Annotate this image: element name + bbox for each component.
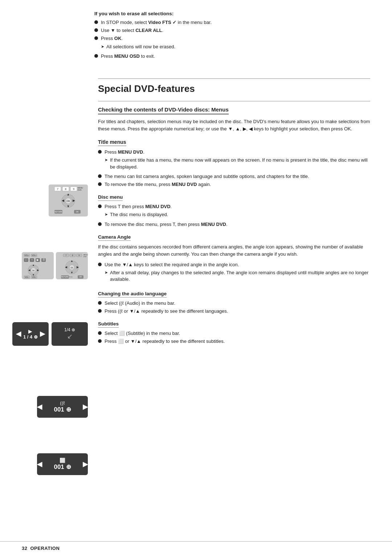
- bullet-icon: [98, 182, 102, 186]
- arrow-item-text: After a small delay, play changes to the…: [110, 270, 370, 283]
- arrow-item-wrap: After a small delay, play changes to the…: [98, 270, 370, 284]
- disc-menu-remotes: VOL+ VOL+ □ T ▶ ☰ OK ▲: [22, 252, 88, 279]
- angle-value-right: 1/4 ⊕: [64, 327, 75, 332]
- list-item: Press T then press MENU DVD.: [98, 203, 370, 210]
- list-item: In STOP mode, select Video FTS ✓ in the …: [94, 19, 370, 26]
- list-item: Press MENU OSD to exit.: [94, 53, 370, 60]
- list-item: To remove the disc menu, press T, then p…: [98, 221, 370, 228]
- svg-text:9: 9: [79, 254, 80, 256]
- list-item-text: Select ((ℓ (Audio) in the menu bar.: [105, 300, 175, 307]
- svg-text:OK: OK: [70, 267, 73, 269]
- disc-menu-section: Disc menu Press T then press MENU DVD. T…: [98, 194, 370, 228]
- subtitles-heading: Subtitles: [98, 321, 119, 328]
- svg-text:DVD: DVD: [83, 256, 87, 258]
- arrow-right-icon: ▶: [40, 330, 45, 338]
- list-item: Use the ▼/▲ keys to select the required …: [98, 262, 370, 268]
- arrow-item-text: If the current title has a menu, the men…: [110, 157, 370, 170]
- list-item-text: To remove the disc menu, press T, then p…: [105, 221, 228, 228]
- svg-text:8: 8: [72, 254, 73, 256]
- right-col: Special DVD-features Checking the conten…: [94, 72, 392, 530]
- arrow-item: All selections will now be erased.: [101, 44, 175, 50]
- svg-text:VOL+: VOL+: [32, 254, 37, 256]
- audio-value: 001 ⊕: [54, 406, 71, 413]
- audio-display-container: ◀ ((ℓ 001 ⊕ ▶: [37, 396, 88, 418]
- camera-angle-display-left: ◀ ▶ 1 / 4 ⊕ ▶: [12, 322, 49, 346]
- bullet-icon: [98, 339, 102, 343]
- svg-text:VOL+: VOL+: [25, 254, 29, 256]
- erase-header: If you wish to erase all selections:: [94, 11, 370, 16]
- svg-text:▶: ▶: [77, 266, 79, 269]
- bullet-icon: [98, 222, 102, 226]
- svg-text:RETURN: RETURN: [61, 276, 69, 278]
- disc-menu-remote-left: VOL+ VOL+ □ T ▶ ☰ OK ▲: [22, 252, 54, 279]
- footer-label: OPERATION: [30, 546, 60, 551]
- subtitle-display-container: ◀ ⬜ 001 ⊕ ▶: [37, 453, 88, 475]
- list-item-text: Press ⬜ or ▼/▲ repeatedly to see the dif…: [105, 338, 225, 345]
- list-item: To remove the title menu, press MENU DVD…: [98, 181, 370, 188]
- list-item: Use ▼ to select CLEAR ALL.: [94, 27, 370, 34]
- audio-arrow-right: ▶: [83, 403, 88, 411]
- bullet-icon: [98, 309, 102, 313]
- left-col: 7 8 9 MENU DVD OK ▲ ▼ ◀ ▶: [0, 72, 94, 530]
- bullet-icon: [98, 174, 102, 178]
- arrow-item: After a small delay, play changes to the…: [105, 270, 370, 283]
- bullet-icon: [98, 150, 102, 154]
- svg-text:9: 9: [73, 188, 74, 190]
- bullet-icon: [98, 331, 102, 335]
- checking-para: For titles and chapters, selection menus…: [98, 118, 370, 133]
- subtitle-arrow-right: ▶: [83, 460, 88, 468]
- list-item-text: Press OK.: [101, 35, 123, 42]
- list-item-text: The menu can list camera angles, spoken …: [105, 173, 309, 180]
- angle-play-icon: ▶: [28, 328, 32, 334]
- svg-text:PROG: PROG: [68, 276, 73, 278]
- bullet-icon: [98, 301, 102, 305]
- disc-menu-heading: Disc menu: [98, 194, 123, 201]
- svg-text:T: T: [31, 259, 33, 261]
- subtitles-section: Subtitles Select ⬜ (Subtitle) in the men…: [98, 321, 370, 345]
- bullet-icon: [94, 28, 98, 32]
- list-item: Press MENU DVD.: [98, 149, 370, 155]
- content-area: 7 8 9 MENU DVD OK ▲ ▼ ◀ ▶: [0, 61, 392, 541]
- arrow-left-icon: ◀: [16, 330, 21, 338]
- list-item: Select ⬜ (Subtitle) in the menu bar.: [98, 330, 370, 337]
- subtitles-list: Select ⬜ (Subtitle) in the menu bar. Pre…: [98, 330, 370, 345]
- camera-angle-list: Use the ▼/▲ keys to select the required …: [98, 262, 370, 284]
- arrow-item-text: All selections will now be erased.: [106, 44, 175, 50]
- title-menus-section: Title menus Press MENU DVD. If the curre…: [98, 139, 370, 188]
- list-item: Press OK.: [94, 35, 370, 42]
- top-section: If you wish to erase all selections: In …: [0, 0, 392, 61]
- svg-text:OK: OK: [66, 200, 70, 202]
- svg-text:◀: ◀: [62, 199, 64, 202]
- subtitle-value: 001 ⊕: [54, 463, 71, 471]
- disc-menu-list: Press T then press MENU DVD. The disc me…: [98, 203, 370, 228]
- svg-text:8: 8: [65, 188, 66, 190]
- svg-text:VOL-: VOL-: [25, 276, 29, 278]
- title-menus-list: Press MENU DVD. If the current title has…: [98, 149, 370, 188]
- list-item: Press ⬜ or ▼/▲ repeatedly to see the dif…: [98, 338, 370, 345]
- main-title: Special DVD-features: [98, 83, 370, 94]
- subtitle-arrow-left: ◀: [37, 460, 42, 468]
- list-item: Select ((ℓ (Audio) in the menu bar.: [98, 300, 370, 307]
- svg-text:▲: ▲: [67, 193, 70, 196]
- title-menus-heading: Title menus: [98, 139, 126, 146]
- svg-text:▼: ▼: [67, 204, 70, 208]
- svg-text:OK: OK: [76, 211, 79, 213]
- bullet-icon: [94, 36, 98, 40]
- svg-text:7: 7: [66, 254, 67, 256]
- svg-text:OK: OK: [32, 270, 35, 272]
- arrow-item-wrap: All selections will now be erased.: [94, 44, 370, 52]
- checking-section: Checking the contents of DVD-Video discs…: [98, 106, 370, 133]
- svg-text:☰: ☰: [42, 258, 45, 262]
- arrow-item-text: The disc menu is displayed.: [110, 211, 168, 218]
- camera-angle-displays: ◀ ▶ 1 / 4 ⊕ ▶ 1/4 ⊕ ↙: [12, 322, 88, 346]
- audio-heading: Changing the audio language: [98, 291, 167, 297]
- list-item-text: Use ▼ to select CLEAR ALL.: [101, 27, 163, 34]
- checking-title: Checking the contents of DVD-Video discs…: [98, 106, 229, 114]
- list-item: The menu can list camera angles, spoken …: [98, 173, 370, 180]
- svg-text:▼: ▼: [70, 271, 73, 274]
- footer: 32 OPERATION: [0, 541, 392, 555]
- list-item-text: Press ((ℓ or ▼/▲ repeatedly to see the d…: [105, 308, 228, 315]
- camera-angle-para: If the disc contains sequences recorded …: [98, 243, 370, 258]
- svg-text:VOL-: VOL-: [32, 276, 36, 278]
- page-number: 32: [22, 546, 27, 551]
